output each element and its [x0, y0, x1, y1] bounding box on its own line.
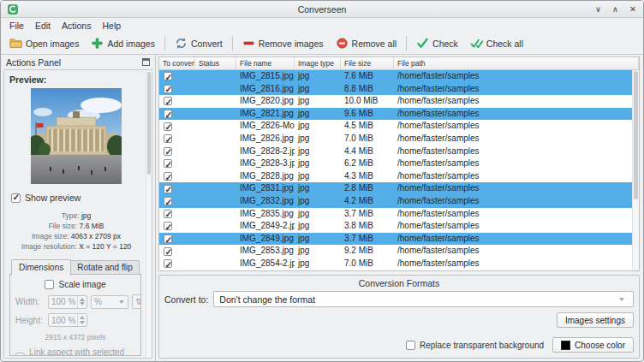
- row-checkbox[interactable]: [164, 259, 172, 268]
- remove-all-icon: [336, 37, 349, 50]
- row-checkbox[interactable]: [164, 147, 172, 156]
- column-header-image-type[interactable]: Image type: [295, 57, 341, 69]
- row-checkbox[interactable]: [164, 97, 172, 105]
- cell-file-name: IMG_2832.jpg: [236, 195, 295, 208]
- spin-arrows-icon[interactable]: [77, 296, 86, 308]
- table-row[interactable]: IMG_2828-2.jpg jpg 4.4 MiB /home/faster/…: [159, 145, 632, 158]
- table-row[interactable]: IMG_2854-2.jpg jpg 7.0 MiB /home/faster/…: [159, 258, 632, 270]
- cell-status: [195, 108, 236, 121]
- convert-icon: [175, 37, 188, 50]
- table-row[interactable]: IMG_2849.jpg jpg 3.7 MiB /home/faster/sa…: [159, 233, 632, 246]
- menu-edit[interactable]: Edit: [30, 20, 56, 32]
- row-checkbox[interactable]: [164, 110, 172, 118]
- cell-file-size: 3.7 MiB: [341, 208, 394, 221]
- row-checkbox[interactable]: [164, 234, 172, 243]
- check-button[interactable]: Check: [411, 34, 463, 52]
- remove-images-label: Remove images: [259, 39, 324, 49]
- menu-file[interactable]: File: [4, 20, 29, 32]
- scale-image-checkbox[interactable]: [45, 280, 54, 289]
- check-all-icon: [470, 37, 483, 50]
- tab-rotate-flip[interactable]: Rotate and flip: [70, 260, 140, 275]
- converseen-window: Converseen ∨ ∧ ✕ File Edit Actions Help …: [0, 0, 644, 362]
- unit-combobox[interactable]: %: [91, 295, 128, 309]
- row-checkbox[interactable]: [164, 247, 172, 256]
- convert-button[interactable]: Convert: [170, 34, 228, 52]
- float-panel-icon[interactable]: [142, 58, 150, 66]
- link-aspect-checkbox[interactable]: [15, 353, 25, 357]
- row-checkbox[interactable]: [164, 85, 172, 93]
- row-checkbox[interactable]: [164, 197, 172, 205]
- column-header-file-name[interactable]: File name: [236, 57, 295, 69]
- close-button[interactable]: ✕: [629, 4, 636, 14]
- check-icon: [416, 37, 429, 50]
- table-row[interactable]: IMG_2826-Mo... jpg 4.5 MiB /home/faster/…: [159, 120, 632, 133]
- table-row[interactable]: IMG_2820.jpg jpg 10.0 MiB /home/faster/s…: [159, 95, 632, 108]
- row-checkbox[interactable]: [164, 222, 172, 230]
- row-checkbox[interactable]: [164, 185, 172, 193]
- table-row[interactable]: IMG_2828-3.jpg jpg 6.2 MiB /home/faster/…: [159, 157, 632, 170]
- cell-status: [195, 195, 236, 208]
- menu-actions[interactable]: Actions: [57, 20, 96, 32]
- spin-arrows-icon[interactable]: [77, 314, 86, 326]
- maximize-button[interactable]: ∧: [612, 4, 618, 14]
- color-swatch-icon: [561, 341, 570, 350]
- row-checkbox[interactable]: [164, 134, 172, 143]
- column-header-file-path[interactable]: File path: [394, 57, 639, 69]
- cell-file-path: /home/faster/samples: [394, 145, 632, 158]
- cell-to-convert: [159, 108, 195, 121]
- cell-image-type: jpg: [295, 83, 341, 96]
- column-header-status[interactable]: Status: [195, 57, 236, 69]
- cell-file-size: 7.0 MiB: [341, 258, 394, 270]
- format-combobox[interactable]: Don't change the format: [213, 291, 634, 307]
- column-header-to-convert[interactable]: To convert: [159, 57, 195, 69]
- minimize-button[interactable]: ∨: [595, 4, 601, 14]
- table-row[interactable]: IMG_2832.jpg jpg 4.2 MiB /home/faster/sa…: [159, 195, 632, 208]
- cell-to-convert: [159, 145, 195, 158]
- height-spinbox[interactable]: 100 %: [48, 313, 87, 327]
- table-row[interactable]: IMG_2815.jpg jpg 7.6 MiB /home/faster/sa…: [159, 70, 632, 83]
- table-row[interactable]: IMG_2835.jpg jpg 3.7 MiB /home/faster/sa…: [159, 208, 632, 221]
- menu-help[interactable]: Help: [97, 20, 126, 32]
- remove-all-button[interactable]: Remove all: [331, 34, 402, 52]
- cell-to-convert: [159, 233, 195, 246]
- row-checkbox[interactable]: [164, 72, 172, 80]
- check-all-button[interactable]: Check all: [465, 34, 528, 52]
- table-row[interactable]: IMG_2831.jpg jpg 2.8 MiB /home/faster/sa…: [159, 182, 632, 195]
- cell-status: [195, 120, 236, 133]
- cell-to-convert: [159, 208, 195, 221]
- swap-dimensions-button[interactable]: ⇅: [132, 294, 141, 309]
- panel-scrollbar-handle[interactable]: [147, 72, 151, 175]
- table-row[interactable]: IMG_2853.jpg jpg 9.2 MiB /home/faster/sa…: [159, 245, 632, 258]
- table-row[interactable]: IMG_2816.jpg jpg 8.8 MiB /home/faster/sa…: [159, 83, 632, 96]
- cell-file-path: /home/faster/samples: [394, 208, 632, 221]
- table-row[interactable]: IMG_2849-2.jpg jpg 3.8 MiB /home/faster/…: [159, 220, 632, 233]
- menubar: File Edit Actions Help: [1, 18, 643, 33]
- cell-image-type: jpg: [295, 70, 341, 83]
- show-preview-checkbox[interactable]: [11, 193, 21, 203]
- table-row[interactable]: IMG_2826.jpg jpg 7.0 MiB /home/faster/sa…: [159, 133, 632, 145]
- table-row[interactable]: IMG_2821.jpg jpg 9.6 MiB /home/faster/sa…: [159, 108, 632, 121]
- row-checkbox[interactable]: [164, 210, 172, 218]
- row-checkbox[interactable]: [164, 122, 172, 131]
- row-checkbox[interactable]: [164, 172, 172, 181]
- choose-color-button[interactable]: Choose color: [552, 337, 634, 353]
- replace-transparent-checkbox[interactable]: [406, 341, 415, 350]
- panel-scrollbar[interactable]: [146, 70, 152, 358]
- titlebar[interactable]: Converseen ∨ ∧ ✕: [1, 1, 643, 18]
- cell-file-name: IMG_2828.jpg: [236, 170, 295, 183]
- add-images-button[interactable]: Add images: [86, 34, 159, 52]
- column-header-file-size[interactable]: File size: [341, 57, 394, 69]
- table-scrollbar[interactable]: [632, 70, 639, 270]
- row-checkbox[interactable]: [164, 159, 172, 168]
- tab-dimensions[interactable]: Dimensions: [11, 259, 71, 276]
- cell-file-name: IMG_2849.jpg: [236, 233, 295, 246]
- cell-file-path: /home/faster/samples: [394, 258, 632, 270]
- table-scrollbar-handle[interactable]: [634, 71, 638, 199]
- cell-status: [195, 258, 236, 270]
- table-row[interactable]: IMG_2828.jpg jpg 4.3 MiB /home/faster/sa…: [159, 170, 632, 183]
- remove-images-button[interactable]: Remove images: [237, 34, 329, 52]
- images-settings-button[interactable]: Images settings: [557, 312, 634, 328]
- width-spinbox[interactable]: 100 %: [48, 295, 87, 309]
- cell-to-convert: [159, 182, 195, 195]
- open-images-button[interactable]: Open images: [4, 34, 84, 52]
